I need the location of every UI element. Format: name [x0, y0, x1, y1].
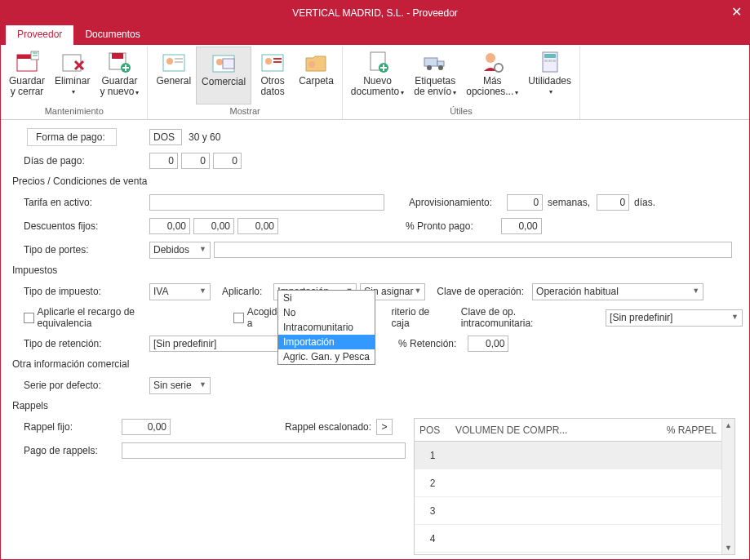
ribbon-group-label: Mostrar — [229, 104, 260, 119]
desc-3[interactable] — [237, 218, 278, 234]
desc-2[interactable] — [193, 218, 234, 234]
general-button[interactable]: General — [151, 47, 196, 104]
tarifa-label: Tarifa en activo: — [7, 197, 113, 208]
tab-proveedor[interactable]: Proveedor — [6, 25, 73, 45]
forma-pago-label: Forma de pago: — [27, 128, 117, 146]
desc-1[interactable] — [149, 218, 190, 234]
tipo-impuesto-select[interactable]: IVA▼ — [149, 283, 211, 300]
clave-intra-label: Clave de op. intracomunitaria: — [461, 306, 589, 329]
aprov-weeks[interactable] — [507, 194, 543, 211]
save-new-button[interactable]: Guardary nuevo▾ — [95, 47, 144, 104]
aplicarlo-label: Aplicarlo: — [222, 286, 262, 297]
tipo-impuesto-label: Tipo de impuesto: — [7, 286, 113, 297]
chevron-down-icon: ▾ — [549, 87, 553, 97]
chevron-down-icon: ▾ — [453, 89, 456, 96]
tab-documentos[interactable]: Documentos — [73, 25, 151, 45]
aprov-days[interactable] — [597, 194, 629, 211]
svg-rect-4 — [112, 53, 123, 59]
form-content: Forma de pago: 30 y 60 Días de pago: Pre… — [1, 120, 749, 560]
save-close-button[interactable]: Guardary cerrar — [4, 47, 50, 104]
chevron-down-icon: ▼ — [692, 287, 699, 295]
svg-rect-29 — [548, 60, 552, 62]
svg-rect-30 — [553, 60, 556, 62]
chevron-down-icon: ▾ — [135, 89, 139, 96]
dias-pago-label: Días de pago: — [7, 155, 113, 167]
clave-intra-select[interactable]: [Sin predefinir]▼ — [606, 309, 743, 327]
col-volumen: VOLUMEN DE COMPR... — [450, 424, 648, 436]
folder-icon — [304, 50, 328, 74]
scroll-up-icon[interactable]: ▲ — [722, 419, 734, 432]
section-impuestos: Impuestos — [12, 264, 743, 276]
svg-point-25 — [495, 64, 503, 72]
aprov-label: Aprovisionamiento: — [409, 197, 492, 208]
chevron-down-icon: ▼ — [199, 380, 206, 389]
dropdown-option[interactable]: No — [278, 305, 375, 320]
chevron-down-icon: ▼ — [199, 245, 206, 253]
rappel-fijo-input[interactable] — [122, 419, 171, 435]
portes-label: Tipo de portes: — [7, 244, 113, 256]
rappel-esc-label: Rappel escalonado: — [285, 421, 371, 433]
table-row[interactable]: 1 — [415, 442, 721, 469]
other-data-button[interactable]: Otrosdatos — [251, 47, 294, 104]
scroll-down-icon[interactable]: ▼ — [722, 541, 734, 554]
dropdown-option[interactable]: Intracomunitario — [278, 320, 375, 335]
tarifa-input[interactable] — [149, 194, 384, 211]
dropdown-option-selected[interactable]: Importación — [278, 335, 375, 349]
portes-text[interactable] — [214, 242, 732, 258]
svg-point-23 — [438, 65, 443, 70]
svg-rect-20 — [424, 58, 437, 66]
truck-icon — [423, 50, 447, 74]
shipping-labels-button[interactable]: Etiquetasde envío▾ — [409, 47, 461, 104]
scrollbar[interactable]: ▲ ▼ — [721, 419, 734, 554]
pronto-input[interactable] — [501, 218, 542, 234]
svg-rect-12 — [223, 59, 234, 69]
forma-pago-text: 30 y 60 — [189, 131, 220, 143]
dias-pago-3[interactable] — [213, 153, 242, 169]
dias-pago-2[interactable] — [181, 153, 210, 169]
delete-icon — [60, 50, 85, 74]
aplicarlo-dropdown[interactable]: Si No Intracomunitario Importación Agric… — [277, 290, 375, 365]
chevron-down-icon: ▼ — [199, 287, 206, 295]
serie-select[interactable]: Sin serie▼ — [149, 377, 211, 394]
dias-pago-1[interactable] — [149, 153, 178, 169]
chevron-down-icon: ▾ — [515, 89, 518, 96]
svg-rect-27 — [544, 54, 556, 58]
comercial-icon — [211, 51, 236, 75]
person-gear-icon — [480, 50, 504, 74]
svg-rect-28 — [544, 60, 548, 62]
table-row[interactable]: 4 — [415, 525, 721, 553]
dropdown-option[interactable]: Agric. Gan. y Pesca — [278, 349, 375, 364]
pago-rappels-input[interactable] — [122, 442, 406, 459]
ribbon-group-label: Útiles — [450, 104, 473, 119]
svg-point-17 — [308, 61, 315, 68]
section-precios: Precios / Condiciones de venta — [12, 176, 743, 187]
comercial-button[interactable]: Comercial — [196, 47, 251, 104]
rappel-esc-button[interactable]: > — [376, 419, 393, 435]
utilities-button[interactable]: Utilidades▾ — [523, 47, 576, 104]
dropdown-option[interactable]: Si — [278, 291, 375, 305]
more-options-button[interactable]: Másopciones...▾ — [461, 47, 523, 104]
table-row[interactable]: 2 — [415, 469, 721, 497]
close-icon[interactable]: ✕ — [728, 4, 744, 20]
section-otra: Otra información comercial — [12, 358, 743, 370]
ribbon-group-label: Mantenimiento — [45, 104, 104, 119]
table-row[interactable]: 3 — [415, 497, 721, 525]
folder-button[interactable]: Carpeta — [294, 47, 339, 104]
new-document-button[interactable]: Nuevodocumento▾ — [346, 47, 409, 104]
svg-rect-8 — [175, 58, 183, 60]
clave-op-label: Clave de operación: — [437, 286, 524, 297]
clave-op-select[interactable]: Operación habitual▼ — [532, 283, 703, 300]
delete-button[interactable]: Eliminar▾ — [50, 47, 95, 104]
tipo-retencion-label: Tipo de retención: — [7, 338, 113, 349]
person-card-icon — [162, 50, 186, 74]
portes-select[interactable]: Debidos▼ — [149, 242, 211, 259]
ribbon-tabs: Proveedor Documentos — [1, 25, 749, 45]
recargo-checkbox[interactable]: Aplicarle el recargo de equivalencia — [24, 306, 190, 329]
tipo-retencion-input[interactable] — [149, 336, 282, 352]
pct-retencion-input[interactable] — [468, 336, 508, 352]
rappel-fijo-label: Rappel fijo: — [7, 421, 113, 433]
chevron-down-icon: ▾ — [72, 87, 75, 97]
forma-pago-code[interactable] — [149, 129, 182, 145]
chevron-down-icon: ▼ — [731, 313, 739, 321]
pronto-label: % Pronto pago: — [406, 220, 473, 232]
